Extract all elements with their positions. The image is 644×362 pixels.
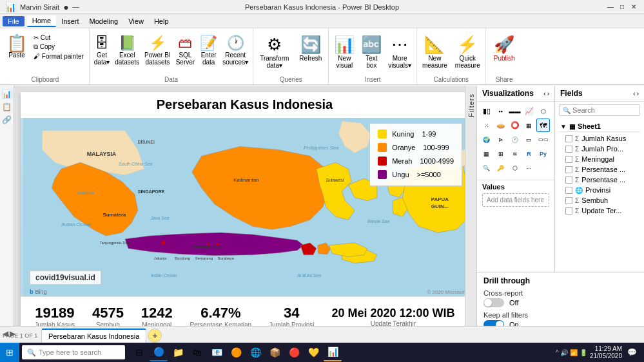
viz-icon-filled-map[interactable]: 🌍	[480, 133, 493, 146]
taskbar-powerbi[interactable]: 📊	[324, 343, 342, 361]
field-jumlah-kasus[interactable]: Σ Jumlah Kasus	[559, 133, 640, 144]
viz-icon-waterfall[interactable]: ≋	[508, 147, 522, 160]
recent-sources-button[interactable]: 🕐Recentsources▾	[220, 32, 250, 68]
copy-button[interactable]: ⧉ Copy	[31, 43, 86, 52]
viz-icon-map[interactable]: 🗺	[536, 119, 550, 132]
viz-icon-line[interactable]: 📈	[522, 104, 536, 118]
user-name: Marvin Sirait	[20, 3, 59, 11]
taskbar-search[interactable]: 🔍 Type here to search	[22, 345, 125, 359]
field-persentase-1[interactable]: Σ Persentase ...	[559, 164, 640, 175]
svg-text:PAPUA: PAPUA	[431, 196, 449, 202]
maximize-button[interactable]: □	[617, 2, 627, 12]
taskbar-explorer[interactable]: 📁	[169, 343, 187, 361]
menu-help[interactable]: Help	[149, 16, 174, 26]
viz-icon-shape-map[interactable]: ⬡	[508, 161, 522, 175]
field-update-terakhir[interactable]: Σ Update Ter...	[559, 205, 640, 216]
viz-icon-bar[interactable]: ▮▯	[480, 104, 493, 118]
svg-text:Tanjungpriok-Tiku: Tanjungpriok-Tiku	[99, 241, 130, 245]
viz-icon-donut[interactable]: ⭕	[508, 119, 522, 132]
quick-measure-button[interactable]: ⚡Quickmeasure	[453, 32, 483, 71]
viz-icon-stacked-bar[interactable]: ▪▪	[494, 104, 507, 118]
taskbar-cortana[interactable]: ⊟	[130, 343, 148, 361]
field-sembuh[interactable]: Σ Sembuh	[559, 195, 640, 205]
viz-icon-multi-card[interactable]: ▭▭	[536, 133, 550, 146]
transform-button[interactable]: ⚙Transformdata▾	[256, 32, 293, 71]
viz-icon-area[interactable]: ⬠	[536, 104, 550, 118]
fields-chevron-right[interactable]: ›	[637, 90, 639, 97]
svg-text:INDONESIA: INDONESIA	[192, 244, 220, 250]
viz-icon-cluster-bar[interactable]: ▬▬	[508, 104, 522, 118]
taskbar-store[interactable]: 🛍	[188, 343, 206, 361]
taskbar-app3[interactable]: 💛	[304, 343, 322, 361]
add-data-fields[interactable]: Add data fields here	[482, 193, 549, 207]
format-painter-button[interactable]: 🖌 Format painter	[31, 52, 86, 61]
cross-report-toggle[interactable]	[483, 298, 504, 307]
viz-icon-scatter[interactable]: ⁙	[480, 119, 493, 132]
powerbi-datasets-button[interactable]: ⚡Power BIdatasets	[142, 32, 173, 68]
add-tab-button[interactable]: +	[148, 329, 162, 343]
fields-chevron-left[interactable]: ‹	[633, 90, 635, 97]
nav-report[interactable]: 📊	[1, 88, 13, 100]
menu-file[interactable]: File	[3, 16, 24, 26]
sheet1-group-header[interactable]: ▼ ▦ Sheet1	[559, 121, 640, 132]
fields-search-input[interactable]	[572, 106, 636, 114]
viz-icon-gauge[interactable]: 🕐	[508, 133, 522, 146]
taskbar-app2[interactable]: 🔴	[285, 343, 303, 361]
viz-icon-card[interactable]: ▭	[522, 133, 536, 146]
watermark: covid19visual.id	[30, 271, 101, 285]
tab-nav-next[interactable]: ▶	[10, 329, 15, 338]
taskbar-app1[interactable]: 📦	[266, 343, 284, 361]
sql-server-button[interactable]: 🗃SQLServer	[174, 32, 197, 68]
svg-text:GUIN...: GUIN...	[431, 204, 448, 209]
minimize-button[interactable]: —	[605, 2, 616, 12]
field-persentase-2[interactable]: Σ Persentase ...	[559, 175, 640, 185]
enter-data-button[interactable]: 📝Enterdata	[198, 32, 219, 68]
tab-nav-prev[interactable]: ◀	[3, 329, 8, 338]
viz-chevron-right[interactable]: ›	[547, 90, 549, 97]
nav-model[interactable]: 🔗	[1, 114, 13, 126]
paste-button[interactable]: 📋 Paste	[4, 32, 30, 61]
viz-chevron-left[interactable]: ‹	[543, 90, 545, 97]
field-meninggal[interactable]: Σ Meninggal	[559, 154, 640, 164]
viz-icon-matrix[interactable]: ⊞	[494, 147, 507, 160]
new-visual-button[interactable]: 📊Newvisual	[331, 32, 357, 71]
viz-icon-more[interactable]: ···	[522, 161, 536, 175]
stat-update-terakhir: 20 Mei 2020 12:00 WIB Update Terakhir	[331, 307, 454, 327]
tab-persebaran[interactable]: Persebaran Kasus Indonesia	[41, 329, 146, 343]
viz-icon-decomp[interactable]: 🔍	[480, 161, 493, 175]
taskbar-edge[interactable]: 🔵	[150, 343, 168, 361]
viz-icon-r[interactable]: R	[522, 147, 536, 160]
svg-text:Java Sea: Java Sea	[150, 216, 170, 220]
taskbar-notification[interactable]: 💬	[625, 345, 639, 359]
viz-icon-table[interactable]: ▦	[480, 147, 493, 160]
svg-text:South China Sea: South China Sea	[119, 162, 152, 166]
text-box-button[interactable]: 🔤Textbox	[358, 32, 384, 71]
field-provinsi[interactable]: 🌐 Provinsi	[559, 185, 640, 195]
viz-icon-funnel[interactable]: ⊳	[494, 133, 507, 146]
menu-insert[interactable]: Insert	[56, 16, 84, 26]
viz-icon-key-inf[interactable]: 🔑	[494, 161, 507, 175]
field-jumlah-provinsi[interactable]: Σ Jumlah Pro...	[559, 144, 640, 154]
excel-button[interactable]: 📗Exceldatasets	[113, 32, 141, 68]
new-measure-button[interactable]: 📐Newmeasure	[420, 32, 450, 71]
windows-start-button[interactable]: ⊞	[0, 343, 19, 362]
menu-modeling[interactable]: Modeling	[84, 16, 124, 26]
fields-panel-title: Fields	[560, 89, 583, 98]
filters-tab[interactable]: Filters	[465, 86, 477, 343]
menu-view[interactable]: View	[123, 16, 149, 26]
close-button[interactable]: ✕	[629, 2, 639, 12]
viz-icon-treemap[interactable]: ▦	[522, 119, 536, 132]
svg-text:Surabaya: Surabaya	[217, 256, 234, 260]
taskbar-origin[interactable]: 🟠	[227, 343, 245, 361]
viz-icon-pie[interactable]: 🥧	[494, 119, 507, 132]
menu-home[interactable]: Home	[27, 15, 56, 27]
get-data-button[interactable]: 🗄Getdata▾	[92, 32, 112, 68]
refresh-button[interactable]: 🔄Refresh	[295, 32, 326, 64]
viz-icon-python[interactable]: Py	[536, 147, 550, 160]
nav-data[interactable]: 📋	[1, 101, 13, 113]
more-visuals-button[interactable]: ⋯Morevisuals▾	[385, 32, 414, 71]
taskbar-chrome[interactable]: 🌐	[246, 343, 264, 361]
taskbar-mail[interactable]: 📧	[208, 343, 226, 361]
cut-button[interactable]: ✂ Cut	[31, 33, 86, 42]
publish-button[interactable]: 🚀Publish	[489, 32, 520, 64]
